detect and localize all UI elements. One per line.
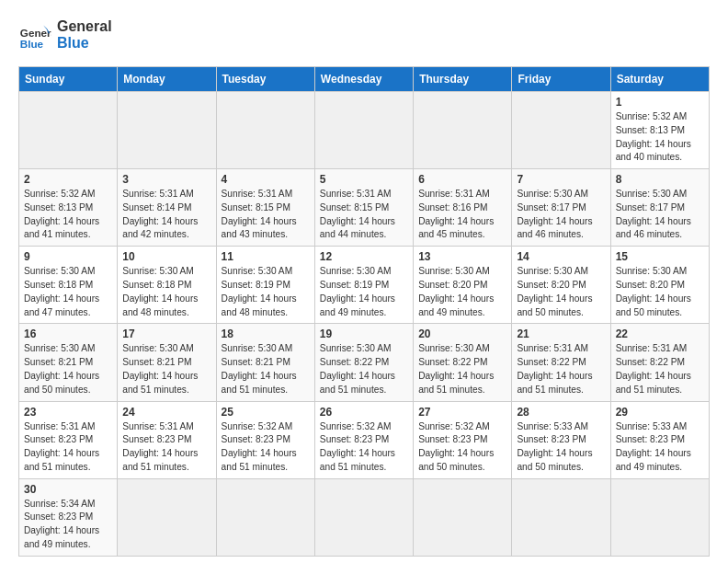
calendar-cell xyxy=(512,478,610,556)
weekday-header-saturday: Saturday xyxy=(610,67,709,92)
calendar-cell: 26Sunrise: 5:32 AMSunset: 8:23 PMDayligh… xyxy=(314,401,413,478)
logo-icon: General Blue xyxy=(18,18,51,52)
day-number: 23 xyxy=(24,406,112,419)
day-number: 14 xyxy=(517,250,605,263)
calendar-cell xyxy=(314,92,413,169)
day-info: Sunrise: 5:31 AMSunset: 8:14 PMDaylight:… xyxy=(122,188,210,242)
calendar-cell: 8Sunrise: 5:30 AMSunset: 8:17 PMDaylight… xyxy=(610,169,709,247)
calendar-header: SundayMondayTuesdayWednesdayThursdayFrid… xyxy=(19,67,710,92)
calendar-cell: 5Sunrise: 5:31 AMSunset: 8:15 PMDaylight… xyxy=(314,169,413,247)
calendar-cell xyxy=(118,478,216,556)
day-number: 24 xyxy=(122,406,210,419)
day-number: 8 xyxy=(616,173,704,186)
logo: General Blue General Blue xyxy=(18,18,112,52)
calendar-cell xyxy=(512,92,610,169)
day-info: Sunrise: 5:31 AMSunset: 8:23 PMDaylight:… xyxy=(122,420,210,475)
day-number: 21 xyxy=(517,327,605,340)
calendar-cell: 11Sunrise: 5:30 AMSunset: 8:19 PMDayligh… xyxy=(216,247,314,324)
day-info: Sunrise: 5:30 AMSunset: 8:18 PMDaylight:… xyxy=(122,265,210,319)
weekday-header-tuesday: Tuesday xyxy=(216,67,314,92)
logo-blue-text: Blue xyxy=(57,35,112,52)
day-number: 6 xyxy=(418,173,506,186)
day-info: Sunrise: 5:30 AMSunset: 8:19 PMDaylight:… xyxy=(320,265,408,319)
calendar-cell: 7Sunrise: 5:30 AMSunset: 8:17 PMDaylight… xyxy=(512,169,610,247)
calendar-cell: 2Sunrise: 5:32 AMSunset: 8:13 PMDaylight… xyxy=(19,169,118,247)
calendar-cell: 21Sunrise: 5:31 AMSunset: 8:22 PMDayligh… xyxy=(512,324,610,401)
calendar-cell: 12Sunrise: 5:30 AMSunset: 8:19 PMDayligh… xyxy=(314,247,413,324)
day-number: 25 xyxy=(222,406,310,419)
day-number: 26 xyxy=(320,406,408,419)
calendar-cell: 16Sunrise: 5:30 AMSunset: 8:21 PMDayligh… xyxy=(19,324,118,401)
calendar-cell: 14Sunrise: 5:30 AMSunset: 8:20 PMDayligh… xyxy=(512,247,610,324)
logo-general-text: General xyxy=(57,18,112,35)
calendar-cell: 27Sunrise: 5:32 AMSunset: 8:23 PMDayligh… xyxy=(414,401,512,478)
weekday-header-row: SundayMondayTuesdayWednesdayThursdayFrid… xyxy=(19,67,710,92)
calendar-cell: 10Sunrise: 5:30 AMSunset: 8:18 PMDayligh… xyxy=(118,247,216,324)
calendar-week-3: 9Sunrise: 5:30 AMSunset: 8:18 PMDaylight… xyxy=(19,247,710,324)
weekday-header-monday: Monday xyxy=(118,67,216,92)
day-number: 10 xyxy=(122,250,210,263)
day-number: 17 xyxy=(122,327,210,340)
weekday-header-friday: Friday xyxy=(512,67,610,92)
calendar-cell xyxy=(216,92,314,169)
weekday-header-thursday: Thursday xyxy=(414,67,512,92)
calendar-cell: 30Sunrise: 5:34 AMSunset: 8:23 PMDayligh… xyxy=(19,478,118,556)
calendar-cell xyxy=(216,478,314,556)
svg-text:Blue: Blue xyxy=(20,38,44,50)
calendar-cell: 9Sunrise: 5:30 AMSunset: 8:18 PMDaylight… xyxy=(19,247,118,324)
day-number: 15 xyxy=(616,250,704,263)
day-info: Sunrise: 5:32 AMSunset: 8:23 PMDaylight:… xyxy=(320,420,408,475)
day-number: 20 xyxy=(418,327,506,340)
weekday-header-wednesday: Wednesday xyxy=(314,67,413,92)
day-info: Sunrise: 5:30 AMSunset: 8:17 PMDaylight:… xyxy=(517,188,605,242)
calendar-cell: 1Sunrise: 5:32 AMSunset: 8:13 PMDaylight… xyxy=(610,92,709,169)
calendar-cell: 23Sunrise: 5:31 AMSunset: 8:23 PMDayligh… xyxy=(19,401,118,478)
calendar-cell: 28Sunrise: 5:33 AMSunset: 8:23 PMDayligh… xyxy=(512,401,610,478)
calendar-week-1: 1Sunrise: 5:32 AMSunset: 8:13 PMDaylight… xyxy=(19,92,710,169)
day-number: 3 xyxy=(122,173,210,186)
day-info: Sunrise: 5:31 AMSunset: 8:15 PMDaylight:… xyxy=(320,188,408,242)
day-number: 13 xyxy=(418,250,506,263)
day-number: 19 xyxy=(320,327,408,340)
calendar-cell: 25Sunrise: 5:32 AMSunset: 8:23 PMDayligh… xyxy=(216,401,314,478)
calendar-body: 1Sunrise: 5:32 AMSunset: 8:13 PMDaylight… xyxy=(19,92,710,557)
calendar-cell xyxy=(414,92,512,169)
weekday-header-sunday: Sunday xyxy=(19,67,118,92)
day-number: 27 xyxy=(418,406,506,419)
calendar-cell: 6Sunrise: 5:31 AMSunset: 8:16 PMDaylight… xyxy=(414,169,512,247)
day-number: 4 xyxy=(222,173,310,186)
day-number: 11 xyxy=(222,250,310,263)
calendar-cell: 4Sunrise: 5:31 AMSunset: 8:15 PMDaylight… xyxy=(216,169,314,247)
day-number: 28 xyxy=(517,406,605,419)
calendar-cell xyxy=(118,92,216,169)
calendar-week-4: 16Sunrise: 5:30 AMSunset: 8:21 PMDayligh… xyxy=(19,324,710,401)
day-number: 29 xyxy=(616,406,704,419)
day-info: Sunrise: 5:31 AMSunset: 8:22 PMDaylight:… xyxy=(616,342,704,396)
day-info: Sunrise: 5:33 AMSunset: 8:23 PMDaylight:… xyxy=(616,420,704,475)
day-info: Sunrise: 5:30 AMSunset: 8:18 PMDaylight:… xyxy=(24,265,112,319)
day-info: Sunrise: 5:30 AMSunset: 8:20 PMDaylight:… xyxy=(517,265,605,319)
day-info: Sunrise: 5:30 AMSunset: 8:21 PMDaylight:… xyxy=(222,342,310,396)
day-info: Sunrise: 5:31 AMSunset: 8:22 PMDaylight:… xyxy=(517,342,605,396)
day-number: 18 xyxy=(222,327,310,340)
calendar-cell: 29Sunrise: 5:33 AMSunset: 8:23 PMDayligh… xyxy=(610,401,709,478)
calendar-week-5: 23Sunrise: 5:31 AMSunset: 8:23 PMDayligh… xyxy=(19,401,710,478)
calendar-cell: 13Sunrise: 5:30 AMSunset: 8:20 PMDayligh… xyxy=(414,247,512,324)
calendar-cell xyxy=(414,478,512,556)
day-info: Sunrise: 5:32 AMSunset: 8:13 PMDaylight:… xyxy=(24,188,112,242)
day-info: Sunrise: 5:32 AMSunset: 8:13 PMDaylight:… xyxy=(616,110,704,165)
calendar-cell: 24Sunrise: 5:31 AMSunset: 8:23 PMDayligh… xyxy=(118,401,216,478)
calendar-cell: 22Sunrise: 5:31 AMSunset: 8:22 PMDayligh… xyxy=(610,324,709,401)
day-info: Sunrise: 5:30 AMSunset: 8:17 PMDaylight:… xyxy=(616,188,704,242)
calendar-cell: 3Sunrise: 5:31 AMSunset: 8:14 PMDaylight… xyxy=(118,169,216,247)
day-info: Sunrise: 5:31 AMSunset: 8:16 PMDaylight:… xyxy=(418,188,506,242)
calendar-cell xyxy=(19,92,118,169)
day-number: 16 xyxy=(24,327,112,340)
day-info: Sunrise: 5:34 AMSunset: 8:23 PMDaylight:… xyxy=(24,498,112,552)
day-info: Sunrise: 5:30 AMSunset: 8:19 PMDaylight:… xyxy=(222,265,310,319)
calendar-week-6: 30Sunrise: 5:34 AMSunset: 8:23 PMDayligh… xyxy=(19,478,710,556)
day-number: 5 xyxy=(320,173,408,186)
calendar-cell: 19Sunrise: 5:30 AMSunset: 8:22 PMDayligh… xyxy=(314,324,413,401)
calendar-cell: 18Sunrise: 5:30 AMSunset: 8:21 PMDayligh… xyxy=(216,324,314,401)
day-info: Sunrise: 5:30 AMSunset: 8:20 PMDaylight:… xyxy=(616,265,704,319)
